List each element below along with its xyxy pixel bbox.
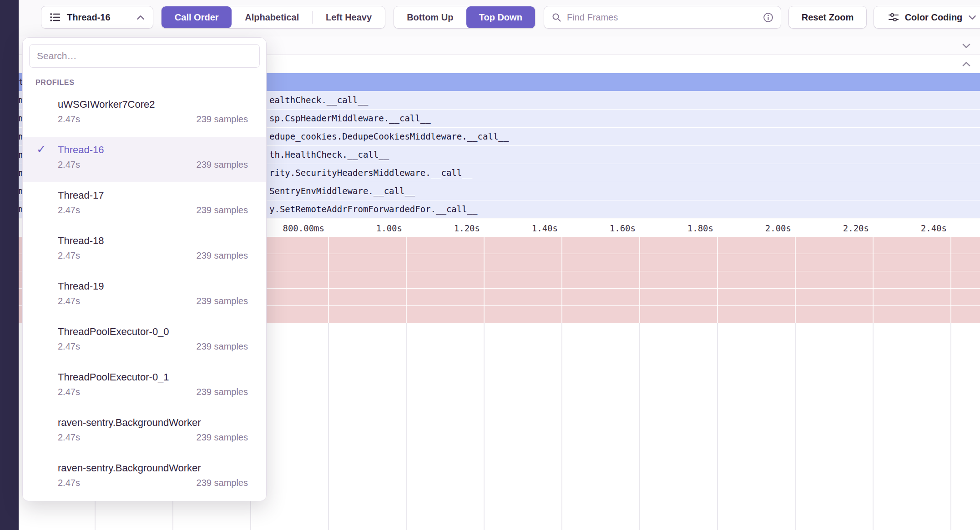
profile-duration: 2.47s xyxy=(58,387,80,397)
profile-name: Thread-16 xyxy=(58,143,248,157)
collapse-up-icon[interactable] xyxy=(962,61,971,67)
sort-option-call-order[interactable]: Call Order xyxy=(162,6,232,28)
frame-label: rity.SecurityHeadersMiddleware.__call__ xyxy=(269,164,472,182)
gridline xyxy=(561,323,562,530)
profile-option[interactable]: ✓Thread-162.47s239 samples xyxy=(23,137,266,182)
profile-option[interactable]: raven-sentry.BackgroundWorker2.47s239 sa… xyxy=(23,455,266,500)
chevron-up-icon xyxy=(136,15,145,20)
profile-name: ThreadPoolExecutor-0_0 xyxy=(58,325,248,339)
gridline xyxy=(328,323,329,530)
profile-meta: 2.47s239 samples xyxy=(58,296,248,306)
gridline xyxy=(406,237,407,323)
info-icon[interactable] xyxy=(763,12,773,23)
thread-list-icon xyxy=(50,12,61,23)
sort-option-alphabetical[interactable]: Alphabetical xyxy=(232,6,312,28)
profile-samples: 239 samples xyxy=(197,114,248,125)
profile-samples: 239 samples xyxy=(197,478,248,488)
gridline xyxy=(950,323,951,530)
profile-option[interactable]: ThreadPoolExecutor-0_12.47s239 samples xyxy=(23,364,266,410)
gridline xyxy=(873,323,874,530)
profile-option[interactable]: uWSGIWorker7Core22.47s239 samples xyxy=(23,91,266,137)
frame-label: y.SetRemoteAddrFromForwardedFor.__call__ xyxy=(269,200,478,218)
gridline xyxy=(717,237,718,323)
frame-label: sp.CspHeaderMiddleware.__call__ xyxy=(269,110,431,127)
profile-option[interactable]: raven-sentry.BackgroundWorker2.47s239 sa… xyxy=(23,410,266,455)
find-frames-input[interactable] xyxy=(567,12,758,23)
profile-samples: 239 samples xyxy=(197,205,248,215)
direction-option-top-down[interactable]: Top Down xyxy=(466,6,535,28)
direction-option-bottom-up[interactable]: Bottom Up xyxy=(394,6,466,28)
chevron-down-icon xyxy=(968,15,976,20)
collapse-down-icon[interactable] xyxy=(962,43,971,49)
frame-label: th.HealthCheck.__call__ xyxy=(269,146,389,164)
gridline xyxy=(484,323,485,530)
axis-tick-label: 1.80s xyxy=(687,219,717,237)
axis-tick-label: 2.40s xyxy=(921,219,950,237)
profiles-section-label: PROFILES xyxy=(23,79,266,87)
profile-meta: 2.47s239 samples xyxy=(58,205,248,215)
direction-segmented-control: Bottom Up Top Down xyxy=(394,6,535,29)
thread-dropdown-panel: PROFILES uWSGIWorker7Core22.47s239 sampl… xyxy=(22,37,267,501)
dropdown-search xyxy=(29,44,260,68)
profile-name: ThreadPoolExecutor-0_1 xyxy=(58,370,248,384)
app-sidebar xyxy=(0,0,19,530)
gridline xyxy=(639,323,640,530)
gridline xyxy=(561,237,562,323)
profiles-list: uWSGIWorker7Core22.47s239 samples✓Thread… xyxy=(23,91,266,500)
profile-duration: 2.47s xyxy=(58,341,80,352)
sort-option-left-heavy[interactable]: Left Heavy xyxy=(313,6,385,28)
find-frames-field xyxy=(544,6,781,29)
color-coding-label: Color Coding xyxy=(905,12,963,23)
reset-zoom-button[interactable]: Reset Zoom xyxy=(788,6,867,29)
axis-tick-label: 2.20s xyxy=(843,219,873,237)
profile-duration: 2.47s xyxy=(58,250,80,261)
color-coding-button[interactable]: Color Coding xyxy=(874,6,980,29)
profile-option[interactable]: ThreadPoolExecutor-0_02.47s239 samples xyxy=(23,319,266,364)
gridline xyxy=(484,237,485,323)
gridline xyxy=(406,323,407,530)
sort-segmented-control: Call Order Alphabetical Left Heavy xyxy=(161,6,385,29)
gridline xyxy=(717,323,718,530)
profile-samples: 239 samples xyxy=(197,250,248,261)
axis-tick-label: 1.40s xyxy=(532,219,561,237)
thread-selector-button[interactable]: Thread-16 xyxy=(41,6,153,29)
profile-samples: 239 samples xyxy=(197,160,248,170)
profile-meta: 2.47s239 samples xyxy=(58,341,248,352)
profile-duration: 2.47s xyxy=(58,160,80,170)
gridline xyxy=(795,323,796,530)
gridline xyxy=(950,237,951,323)
sliders-icon xyxy=(888,12,899,23)
gridline xyxy=(639,237,640,323)
gridline xyxy=(873,237,874,323)
profile-duration: 2.47s xyxy=(58,205,80,215)
search-icon xyxy=(551,12,561,22)
axis-tick-label: 1.60s xyxy=(610,219,639,237)
gridline xyxy=(795,237,796,323)
profile-name: Thread-17 xyxy=(58,189,248,202)
profile-option[interactable]: Thread-172.47s239 samples xyxy=(23,182,266,228)
axis-tick-label: 1.20s xyxy=(454,219,484,237)
profile-option[interactable]: Thread-182.47s239 samples xyxy=(23,228,266,273)
profile-meta: 2.47s239 samples xyxy=(58,387,248,397)
dropdown-search-input[interactable] xyxy=(37,50,252,61)
profile-option[interactable]: Thread-192.47s239 samples xyxy=(23,273,266,319)
profile-meta: 2.47s239 samples xyxy=(58,478,248,488)
profile-meta: 2.47s239 samples xyxy=(58,250,248,261)
profile-duration: 2.47s xyxy=(58,114,80,125)
profile-duration: 2.47s xyxy=(58,432,80,443)
profile-name: uWSGIWorker7Core2 xyxy=(58,98,248,111)
profile-name: Thread-18 xyxy=(58,234,248,248)
profile-meta: 2.47s239 samples xyxy=(58,160,248,170)
profile-name: Thread-19 xyxy=(58,280,248,293)
profile-name: raven-sentry.BackgroundWorker xyxy=(58,416,248,430)
axis-tick-label: 800.00ms xyxy=(283,219,328,237)
profiler-screen: Thread-16 Call Order Alphabetical Left H… xyxy=(0,0,980,530)
toolbar: Thread-16 Call Order Alphabetical Left H… xyxy=(19,0,980,37)
profile-samples: 239 samples xyxy=(197,296,248,306)
frame-label: edupe_cookies.DedupeCookiesMiddleware.__… xyxy=(269,128,509,145)
profile-name: raven-sentry.BackgroundWorker xyxy=(58,461,248,475)
profile-samples: 239 samples xyxy=(197,387,248,397)
axis-tick-label: 2.00s xyxy=(765,219,795,237)
frame-label: SentryEnvMiddleware.__call__ xyxy=(269,182,415,200)
frame-label: ealthCheck.__call__ xyxy=(269,91,368,109)
